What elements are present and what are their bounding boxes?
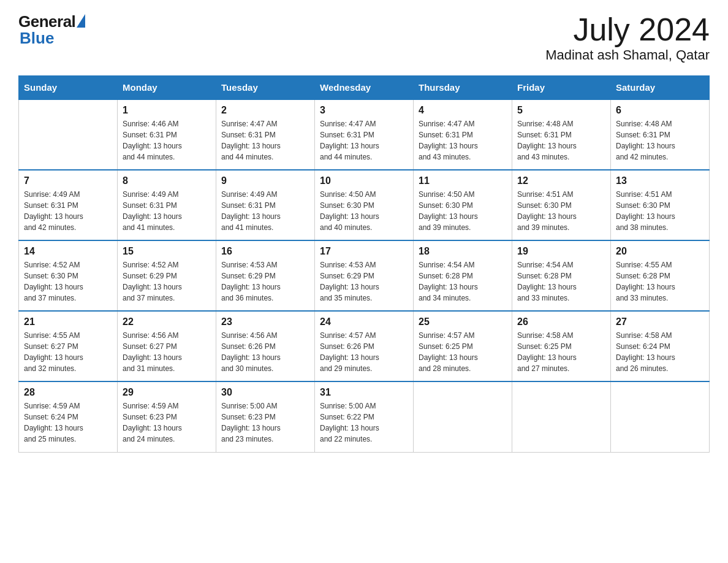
calendar-body: 1Sunrise: 4:46 AM Sunset: 6:31 PM Daylig…	[19, 99, 710, 452]
calendar-cell	[611, 381, 710, 452]
calendar-cell: 10Sunrise: 4:50 AM Sunset: 6:30 PM Dayli…	[315, 170, 414, 240]
calendar-cell	[512, 381, 611, 452]
day-info: Sunrise: 4:52 AM Sunset: 6:30 PM Dayligh…	[24, 259, 112, 304]
day-info: Sunrise: 4:58 AM Sunset: 6:24 PM Dayligh…	[616, 330, 704, 374]
calendar-week-row: 1Sunrise: 4:46 AM Sunset: 6:31 PM Daylig…	[19, 99, 710, 170]
calendar-cell: 26Sunrise: 4:58 AM Sunset: 6:25 PM Dayli…	[512, 311, 611, 381]
day-of-week-header: Thursday	[414, 76, 512, 100]
logo: General Blue	[18, 12, 85, 48]
calendar-cell: 2Sunrise: 4:47 AM Sunset: 6:31 PM Daylig…	[216, 99, 315, 170]
calendar-cell: 5Sunrise: 4:48 AM Sunset: 6:31 PM Daylig…	[512, 99, 611, 170]
day-info: Sunrise: 4:59 AM Sunset: 6:24 PM Dayligh…	[24, 400, 112, 445]
calendar-cell: 3Sunrise: 4:47 AM Sunset: 6:31 PM Daylig…	[315, 99, 414, 170]
day-of-week-header: Saturday	[611, 76, 710, 100]
day-number: 10	[320, 175, 408, 186]
calendar-week-row: 28Sunrise: 4:59 AM Sunset: 6:24 PM Dayli…	[19, 381, 710, 452]
day-info: Sunrise: 4:47 AM Sunset: 6:31 PM Dayligh…	[221, 118, 309, 163]
calendar-header: SundayMondayTuesdayWednesdayThursdayFrid…	[19, 76, 710, 100]
day-info: Sunrise: 4:49 AM Sunset: 6:31 PM Dayligh…	[123, 189, 211, 233]
day-info: Sunrise: 4:48 AM Sunset: 6:31 PM Dayligh…	[616, 118, 704, 163]
day-number: 19	[517, 246, 605, 257]
calendar-cell: 8Sunrise: 4:49 AM Sunset: 6:31 PM Daylig…	[118, 170, 216, 240]
day-info: Sunrise: 4:58 AM Sunset: 6:25 PM Dayligh…	[517, 330, 605, 374]
calendar-week-row: 7Sunrise: 4:49 AM Sunset: 6:31 PM Daylig…	[19, 170, 710, 240]
day-number: 22	[123, 316, 211, 327]
calendar-cell: 16Sunrise: 4:53 AM Sunset: 6:29 PM Dayli…	[216, 240, 315, 311]
day-info: Sunrise: 4:54 AM Sunset: 6:28 PM Dayligh…	[419, 259, 507, 304]
month-year-title: July 2024	[545, 12, 710, 47]
days-of-week-row: SundayMondayTuesdayWednesdayThursdayFrid…	[19, 76, 710, 100]
calendar-cell: 23Sunrise: 4:56 AM Sunset: 6:26 PM Dayli…	[216, 311, 315, 381]
calendar-cell: 4Sunrise: 4:47 AM Sunset: 6:31 PM Daylig…	[414, 99, 512, 170]
calendar-cell: 9Sunrise: 4:49 AM Sunset: 6:31 PM Daylig…	[216, 170, 315, 240]
calendar-cell: 11Sunrise: 4:50 AM Sunset: 6:30 PM Dayli…	[414, 170, 512, 240]
day-info: Sunrise: 4:55 AM Sunset: 6:28 PM Dayligh…	[616, 259, 704, 304]
day-number: 16	[221, 246, 309, 257]
day-number: 8	[123, 175, 211, 186]
day-of-week-header: Sunday	[19, 76, 118, 100]
title-area: July 2024 Madinat ash Shamal, Qatar	[545, 12, 710, 63]
day-info: Sunrise: 4:54 AM Sunset: 6:28 PM Dayligh…	[517, 259, 605, 304]
day-number: 28	[24, 387, 112, 398]
day-info: Sunrise: 4:51 AM Sunset: 6:30 PM Dayligh…	[616, 189, 704, 233]
day-of-week-header: Wednesday	[315, 76, 414, 100]
day-info: Sunrise: 4:57 AM Sunset: 6:26 PM Dayligh…	[320, 330, 408, 374]
calendar-cell	[414, 381, 512, 452]
calendar-cell: 13Sunrise: 4:51 AM Sunset: 6:30 PM Dayli…	[611, 170, 710, 240]
calendar-cell: 29Sunrise: 4:59 AM Sunset: 6:23 PM Dayli…	[118, 381, 216, 452]
calendar-cell: 7Sunrise: 4:49 AM Sunset: 6:31 PM Daylig…	[19, 170, 118, 240]
day-number: 27	[616, 316, 704, 327]
day-number: 12	[517, 175, 605, 186]
calendar-cell: 20Sunrise: 4:55 AM Sunset: 6:28 PM Dayli…	[611, 240, 710, 311]
calendar-cell: 12Sunrise: 4:51 AM Sunset: 6:30 PM Dayli…	[512, 170, 611, 240]
day-info: Sunrise: 4:49 AM Sunset: 6:31 PM Dayligh…	[24, 189, 112, 233]
day-number: 3	[320, 105, 408, 116]
day-info: Sunrise: 4:48 AM Sunset: 6:31 PM Dayligh…	[517, 118, 605, 163]
day-number: 25	[419, 316, 507, 327]
day-number: 13	[616, 175, 704, 186]
day-number: 6	[616, 105, 704, 116]
calendar-cell: 24Sunrise: 4:57 AM Sunset: 6:26 PM Dayli…	[315, 311, 414, 381]
day-number: 11	[419, 175, 507, 186]
calendar-cell: 18Sunrise: 4:54 AM Sunset: 6:28 PM Dayli…	[414, 240, 512, 311]
calendar-cell: 25Sunrise: 4:57 AM Sunset: 6:25 PM Dayli…	[414, 311, 512, 381]
day-number: 4	[419, 105, 507, 116]
calendar-week-row: 21Sunrise: 4:55 AM Sunset: 6:27 PM Dayli…	[19, 311, 710, 381]
logo-blue-text: Blue	[18, 29, 54, 48]
day-number: 2	[221, 105, 309, 116]
page-header: General Blue July 2024 Madinat ash Shama…	[18, 12, 710, 63]
day-info: Sunrise: 4:50 AM Sunset: 6:30 PM Dayligh…	[419, 189, 507, 233]
calendar-cell: 15Sunrise: 4:52 AM Sunset: 6:29 PM Dayli…	[118, 240, 216, 311]
day-info: Sunrise: 5:00 AM Sunset: 6:23 PM Dayligh…	[221, 400, 309, 445]
day-info: Sunrise: 4:47 AM Sunset: 6:31 PM Dayligh…	[419, 118, 507, 163]
calendar-cell	[19, 99, 118, 170]
calendar-cell: 30Sunrise: 5:00 AM Sunset: 6:23 PM Dayli…	[216, 381, 315, 452]
day-info: Sunrise: 4:56 AM Sunset: 6:26 PM Dayligh…	[221, 330, 309, 374]
day-number: 31	[320, 387, 408, 398]
calendar-cell: 14Sunrise: 4:52 AM Sunset: 6:30 PM Dayli…	[19, 240, 118, 311]
day-number: 20	[616, 246, 704, 257]
day-info: Sunrise: 4:53 AM Sunset: 6:29 PM Dayligh…	[221, 259, 309, 304]
day-number: 1	[123, 105, 211, 116]
day-number: 14	[24, 246, 112, 257]
day-number: 7	[24, 175, 112, 186]
day-number: 24	[320, 316, 408, 327]
day-info: Sunrise: 5:00 AM Sunset: 6:22 PM Dayligh…	[320, 400, 408, 445]
day-info: Sunrise: 4:51 AM Sunset: 6:30 PM Dayligh…	[517, 189, 605, 233]
day-number: 15	[123, 246, 211, 257]
day-number: 30	[221, 387, 309, 398]
day-info: Sunrise: 4:56 AM Sunset: 6:27 PM Dayligh…	[123, 330, 211, 374]
day-of-week-header: Monday	[118, 76, 216, 100]
day-info: Sunrise: 4:50 AM Sunset: 6:30 PM Dayligh…	[320, 189, 408, 233]
day-info: Sunrise: 4:49 AM Sunset: 6:31 PM Dayligh…	[221, 189, 309, 233]
day-info: Sunrise: 4:46 AM Sunset: 6:31 PM Dayligh…	[123, 118, 211, 163]
calendar-cell: 1Sunrise: 4:46 AM Sunset: 6:31 PM Daylig…	[118, 99, 216, 170]
day-number: 18	[419, 246, 507, 257]
calendar-week-row: 14Sunrise: 4:52 AM Sunset: 6:30 PM Dayli…	[19, 240, 710, 311]
calendar-cell: 21Sunrise: 4:55 AM Sunset: 6:27 PM Dayli…	[19, 311, 118, 381]
calendar-table: SundayMondayTuesdayWednesdayThursdayFrid…	[18, 75, 710, 453]
calendar-cell: 28Sunrise: 4:59 AM Sunset: 6:24 PM Dayli…	[19, 381, 118, 452]
day-number: 9	[221, 175, 309, 186]
day-number: 23	[221, 316, 309, 327]
day-info: Sunrise: 4:55 AM Sunset: 6:27 PM Dayligh…	[24, 330, 112, 374]
